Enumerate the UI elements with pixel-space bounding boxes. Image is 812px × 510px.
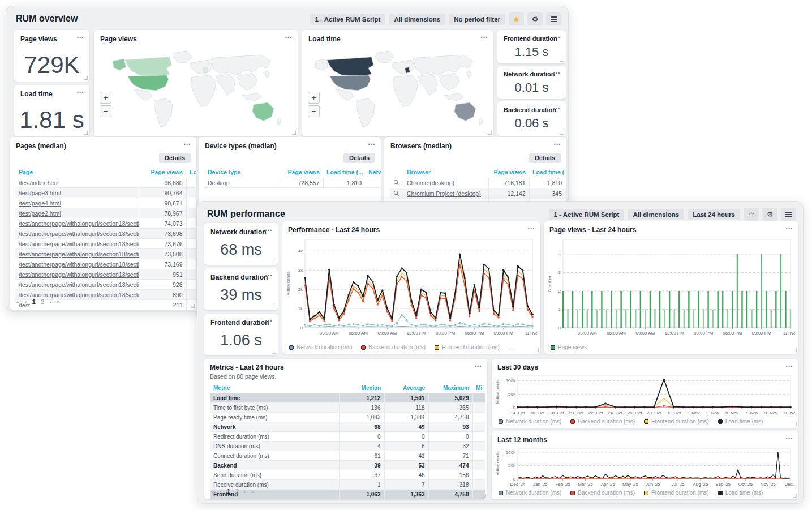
card-menu-button[interactable]: ⋯	[265, 316, 273, 325]
page-button[interactable]: 2	[41, 298, 44, 305]
search-icon[interactable]	[393, 179, 399, 186]
page-button[interactable]: ‹	[220, 488, 222, 495]
table-link[interactable]: /test/page3.html	[19, 190, 61, 196]
column-header[interactable]: Maximum	[428, 383, 472, 393]
column-header[interactable]: Page views	[139, 166, 186, 178]
legend-more[interactable]: ...	[509, 344, 513, 350]
page-button[interactable]: ›	[49, 298, 51, 305]
favorite-button[interactable]: ★	[509, 12, 524, 25]
legend-item[interactable]: Frontend duration (ms)	[644, 418, 709, 425]
table-link[interactable]: /test/anotherpage/withalongurl/section18…	[19, 230, 139, 237]
table-link[interactable]: /test/anotherpage/withalongurl/section18…	[19, 261, 139, 268]
map-zoom-in-button[interactable]: +	[100, 92, 111, 104]
legend-item[interactable]: Backend duration (ms)	[570, 490, 635, 496]
legend-item[interactable]: Load time (ms)	[718, 418, 763, 425]
settings-button[interactable]: ⚙	[762, 208, 777, 221]
card-menu-button[interactable]: ⋯	[480, 33, 488, 41]
page-button[interactable]: »	[251, 488, 255, 495]
map-zoom-in-button[interactable]: +	[308, 92, 320, 104]
column-header[interactable]: Median	[339, 383, 384, 393]
world-map[interactable]	[97, 46, 294, 132]
card-menu-button[interactable]: ⋯	[785, 362, 793, 370]
search-icon[interactable]	[393, 190, 399, 196]
kpi-value: 39 ms	[204, 286, 278, 304]
table-link[interactable]: /test/anotherpage/withalongurl/section18…	[19, 220, 139, 227]
legend-item[interactable]: Frontend duration (ms)	[435, 344, 500, 350]
column-header[interactable]: Mi	[472, 383, 485, 393]
world-map[interactable]	[306, 46, 490, 132]
active-rum-script-chip[interactable]: 1 - Active RUM Script	[310, 14, 386, 25]
active-rum-script-chip[interactable]: 1 - Active RUM Script	[549, 209, 625, 220]
map-zoom-out-button[interactable]: −	[100, 105, 111, 117]
menu-button[interactable]	[781, 208, 796, 221]
column-header[interactable]: Browser	[403, 166, 488, 178]
all-dimensions-chip[interactable]: All dimensions	[389, 14, 445, 25]
table-link[interactable]: /test/anotherpage/withalongurl/section18…	[19, 271, 139, 278]
table-link[interactable]: /test/page2.html	[19, 210, 61, 217]
table-link[interactable]: Chrome (desktop)	[407, 179, 454, 186]
column-header[interactable]: Page views	[488, 166, 529, 178]
card-menu-button[interactable]: ⋯	[553, 104, 561, 113]
card-menu-button[interactable]: ⋯	[553, 33, 561, 41]
details-button[interactable]: Details	[343, 153, 375, 163]
legend-label: Network duration (ms)	[506, 490, 561, 496]
column-header[interactable]: Lo	[186, 166, 196, 178]
all-dimensions-chip[interactable]: All dimensions	[628, 209, 684, 220]
page-button[interactable]: ‹	[25, 298, 27, 305]
details-button[interactable]: Details	[529, 153, 561, 163]
column-header[interactable]: Device type	[204, 166, 278, 178]
legend-item[interactable]: Backend duration (ms)	[361, 344, 426, 350]
favorite-button[interactable]: ☆	[744, 208, 759, 221]
menu-button[interactable]	[546, 12, 561, 25]
card-menu-button[interactable]: ⋯	[553, 68, 561, 77]
legend-item[interactable]: Network duration (ms)	[499, 418, 561, 425]
legend-item[interactable]: Network duration (ms)	[289, 344, 352, 350]
page-button[interactable]: «	[211, 488, 214, 495]
table-link[interactable]: /test/index.html	[19, 179, 59, 186]
column-header[interactable]: Page views	[278, 166, 323, 178]
table-link[interactable]: Desktop	[208, 179, 230, 186]
column-header[interactable]: Metric	[210, 383, 339, 393]
details-button[interactable]: Details	[159, 153, 191, 163]
card-menu-button[interactable]: ⋯	[474, 362, 482, 370]
table-link[interactable]: /test/anotherpage/withalongurl/section18…	[19, 292, 139, 298]
card-menu-button[interactable]: ⋯	[76, 88, 84, 96]
card-menu-button[interactable]: ⋯	[183, 140, 191, 148]
column-header[interactable]: Page	[15, 166, 139, 178]
column-header[interactable]: Average	[384, 383, 428, 393]
table-link[interactable]: /test/page4.html	[19, 200, 61, 207]
page-button[interactable]: «	[16, 298, 20, 305]
card-menu-button[interactable]: ⋯	[527, 224, 535, 233]
page-button[interactable]: 2	[235, 488, 239, 495]
column-header[interactable]: Load time (...	[529, 166, 565, 178]
settings-button[interactable]: ⚙	[527, 12, 543, 25]
legend-item[interactable]: Page views	[551, 344, 587, 350]
card-menu-button[interactable]: ⋯	[285, 33, 293, 41]
table-link[interactable]: /test/anotherpage/withalongurl/section18…	[19, 281, 139, 288]
legend-item[interactable]: Frontend duration (ms)	[644, 490, 709, 496]
page-button[interactable]: »	[57, 298, 60, 305]
page-button[interactable]: ›	[244, 488, 246, 495]
card-menu-button[interactable]: ⋯	[785, 224, 793, 233]
card-menu-button[interactable]: ⋯	[76, 33, 84, 41]
period-filter-chip[interactable]: No period filter	[449, 14, 505, 25]
card-menu-button[interactable]: ⋯	[265, 271, 273, 280]
card-menu-button[interactable]: ⋯	[368, 140, 376, 148]
legend-item[interactable]: Network duration (ms)	[499, 490, 561, 496]
column-header[interactable]: Load time (...	[323, 166, 365, 178]
table-link[interactable]: Chromium Project (desktop)	[407, 190, 481, 197]
table-link[interactable]: /test/anotherpage/withalongurl/section18…	[19, 241, 139, 247]
card-menu-button[interactable]: ⋯	[553, 140, 561, 148]
map-zoom-out-button[interactable]: −	[308, 105, 320, 117]
table-link[interactable]: /test/anotherpage/withalongurl/section18…	[19, 251, 139, 258]
card-menu-button[interactable]: ⋯	[785, 434, 793, 443]
column-header[interactable]: N	[565, 166, 566, 178]
column-header[interactable]: Networ	[365, 166, 381, 178]
card-menu-button[interactable]: ⋯	[265, 226, 273, 234]
legend-item[interactable]: Load time (ms)	[718, 490, 763, 496]
page-button[interactable]: 1	[32, 298, 36, 305]
hamburger-icon	[785, 214, 792, 215]
legend-item[interactable]: Backend duration (ms)	[570, 418, 635, 425]
period-filter-chip[interactable]: Last 24 hours	[688, 209, 740, 220]
page-button[interactable]: 1	[227, 488, 230, 495]
